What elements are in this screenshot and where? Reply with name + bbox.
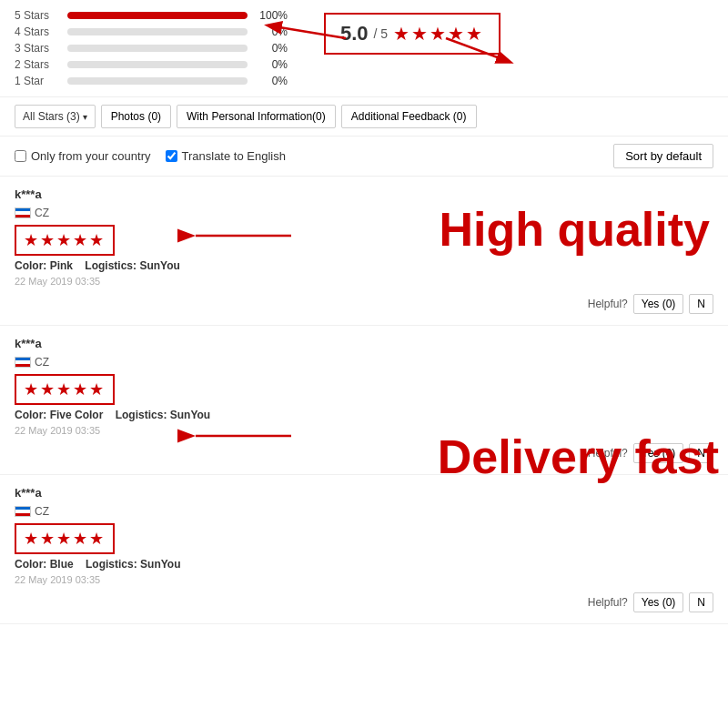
color-value-1: Pink xyxy=(50,259,73,272)
bar-pct: 0% xyxy=(255,58,288,71)
bar-pct: 100% xyxy=(255,9,288,22)
rating-stars: ★★★★★ xyxy=(393,23,484,45)
country-checkbox-input[interactable] xyxy=(15,150,26,162)
review-meta-2: Color: Five Color Logistics: SunYou xyxy=(15,409,713,421)
additional-feedback-filter-button[interactable]: Additional Feedback (0) xyxy=(341,105,477,128)
all-stars-dropdown[interactable]: All Stars (3) ▾ xyxy=(15,105,96,128)
helpful-label-3: Helpful? xyxy=(588,596,628,609)
bar-label: 1 Star xyxy=(15,75,60,87)
bar-row: 1 Star 0% xyxy=(15,75,288,87)
helpful-no-2[interactable]: N xyxy=(689,443,713,463)
color-value-2: Five Color xyxy=(50,409,104,421)
country-code-2: CZ xyxy=(35,356,49,369)
stars-3: ★★★★★ xyxy=(24,529,106,549)
bar-row: 3 Stars 0% xyxy=(15,42,288,55)
review-date-3: 22 May 2019 03:35 xyxy=(15,574,713,585)
all-stars-label: All Stars (3) xyxy=(23,110,80,123)
rating-score-box: 5.0 / 5 ★★★★★ xyxy=(324,13,500,55)
bar-track xyxy=(67,77,248,85)
rating-score: 5.0 xyxy=(340,22,369,46)
stars-container-3: ★★★★★ xyxy=(15,523,713,558)
color-label-3: Color: xyxy=(15,558,50,571)
translate-checkbox-input[interactable] xyxy=(166,150,177,162)
bar-row: 5 Stars 100% xyxy=(15,9,288,22)
logistics-label-1: Logistics: xyxy=(85,259,139,272)
reviewer-name-1: k***a xyxy=(15,187,42,201)
checkbox-row: Only from your country Translate to Engl… xyxy=(0,136,728,177)
rating-section: 5 Stars 100% 4 Stars 0% 3 Stars 0% 2 Sta… xyxy=(0,0,728,96)
review-date-1: 22 May 2019 03:35 xyxy=(15,276,713,287)
bar-fill xyxy=(67,12,248,19)
helpful-label-1: Helpful? xyxy=(588,298,628,310)
color-value-3: Blue xyxy=(50,558,74,571)
reviews-container: High quality Delivery fast k***a CZ ★★★★… xyxy=(0,177,728,624)
bar-pct: 0% xyxy=(255,25,288,38)
helpful-no-3[interactable]: N xyxy=(689,592,713,612)
helpful-row-1: Helpful? Yes (0) N xyxy=(15,290,713,318)
sort-button[interactable]: Sort by default xyxy=(613,144,713,168)
logistics-value-3: SunYou xyxy=(140,558,180,571)
reviewer-info-2: k***a xyxy=(15,337,713,350)
stars-box-2: ★★★★★ xyxy=(15,374,115,405)
helpful-row-2: Helpful? Yes (0) N xyxy=(15,440,713,467)
review-meta-1: Color: Pink Logistics: SunYou xyxy=(15,259,713,272)
review-card-3: k***a CZ ★★★★★ Color: Blue Logistics: Su… xyxy=(0,475,728,624)
stars-box-1: ★★★★★ xyxy=(15,225,115,256)
logistics-value-1: SunYou xyxy=(139,259,179,272)
country-filter-checkbox[interactable]: Only from your country xyxy=(15,149,151,163)
reviewer-name-3: k***a xyxy=(15,486,42,500)
bar-row: 2 Stars 0% xyxy=(15,58,288,71)
photos-filter-button[interactable]: Photos (0) xyxy=(101,105,171,128)
translate-checkbox[interactable]: Translate to English xyxy=(166,149,286,163)
bar-label: 5 Stars xyxy=(15,9,60,22)
logistics-label-3: Logistics: xyxy=(86,558,140,571)
flag-icon-1 xyxy=(15,207,31,218)
stars-box-3: ★★★★★ xyxy=(15,523,115,554)
stars-container-2: ★★★★★ xyxy=(15,374,713,409)
flag-icon-2 xyxy=(15,357,31,368)
helpful-row-3: Helpful? Yes (0) N xyxy=(15,589,713,616)
bar-pct: 0% xyxy=(255,42,288,55)
color-label-2: Color: xyxy=(15,409,50,421)
bar-track xyxy=(67,61,248,68)
review-card-1: k***a CZ ★★★★★ Color: Pink Logistics: Su… xyxy=(0,177,728,326)
review-meta-3: Color: Blue Logistics: SunYou xyxy=(15,558,713,571)
chevron-down-icon: ▾ xyxy=(83,112,87,122)
helpful-yes-1[interactable]: Yes (0) xyxy=(633,294,684,314)
translate-checkbox-label: Translate to English xyxy=(182,149,286,163)
bar-track xyxy=(67,45,248,52)
review-date-2: 22 May 2019 03:35 xyxy=(15,425,713,436)
country-code-1: CZ xyxy=(35,207,49,219)
helpful-label-2: Helpful? xyxy=(588,447,628,460)
stars-container-1: ★★★★★ xyxy=(15,225,713,259)
helpful-no-1[interactable]: N xyxy=(689,294,713,314)
bar-row: 4 Stars 0% xyxy=(15,25,288,38)
helpful-yes-3[interactable]: Yes (0) xyxy=(633,592,684,612)
reviewer-info-3: k***a xyxy=(15,486,713,500)
flag-icon-3 xyxy=(15,506,31,517)
bar-pct: 0% xyxy=(255,75,288,87)
review-card-2: k***a CZ ★★★★★ Color: Five Color Logisti… xyxy=(0,326,728,475)
rating-denom: / 5 xyxy=(374,26,389,41)
rating-bars: 5 Stars 100% 4 Stars 0% 3 Stars 0% 2 Sta… xyxy=(15,9,288,91)
stars-1: ★★★★★ xyxy=(24,230,106,250)
checkbox-left: Only from your country Translate to Engl… xyxy=(15,149,286,163)
bar-track xyxy=(67,12,248,19)
bar-label: 4 Stars xyxy=(15,25,60,38)
color-label-1: Color: xyxy=(15,259,50,272)
helpful-yes-2[interactable]: Yes (0) xyxy=(633,443,684,463)
country-code-3: CZ xyxy=(35,505,49,518)
logistics-label-2: Logistics: xyxy=(116,409,170,421)
bar-track xyxy=(67,28,248,35)
reviewer-country-1: CZ xyxy=(15,207,713,219)
filter-bar: All Stars (3) ▾ Photos (0) With Personal… xyxy=(0,96,728,136)
logistics-value-2: SunYou xyxy=(170,409,210,421)
personal-info-filter-button[interactable]: With Personal Information(0) xyxy=(177,105,336,128)
reviewer-country-3: CZ xyxy=(15,505,713,518)
stars-2: ★★★★★ xyxy=(24,379,106,399)
bar-label: 2 Stars xyxy=(15,58,60,71)
reviewer-info-1: k***a xyxy=(15,187,713,201)
country-checkbox-label: Only from your country xyxy=(31,149,151,163)
reviewer-country-2: CZ xyxy=(15,356,713,369)
reviewer-name-2: k***a xyxy=(15,337,42,350)
